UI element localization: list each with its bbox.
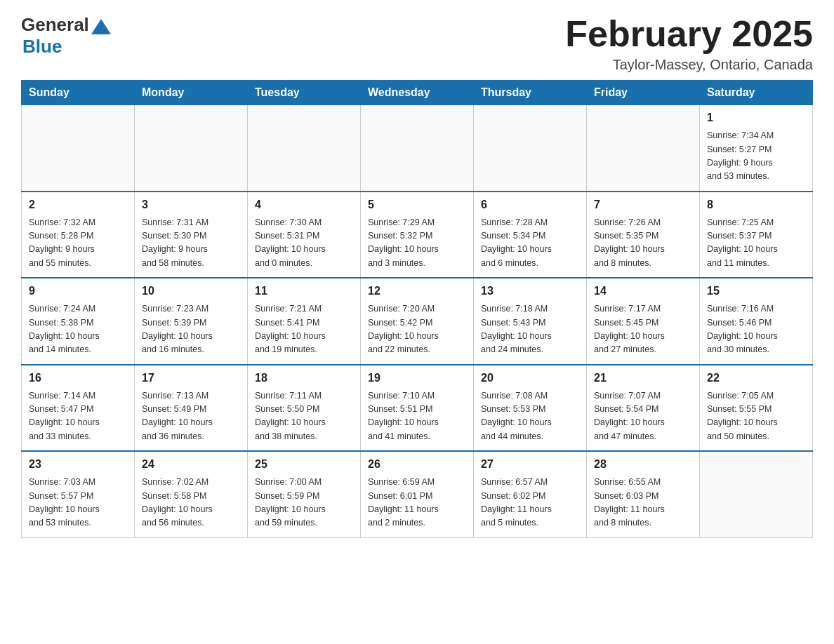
- day-number: 2: [29, 196, 127, 213]
- calendar-table: SundayMondayTuesdayWednesdayThursdayFrid…: [21, 80, 813, 538]
- day-number: 1: [707, 109, 805, 126]
- calendar-week-row: 23Sunrise: 7:03 AM Sunset: 5:57 PM Dayli…: [22, 451, 813, 537]
- day-number: 15: [707, 283, 805, 300]
- calendar-cell: 25Sunrise: 7:00 AM Sunset: 5:59 PM Dayli…: [248, 451, 361, 537]
- day-info: Sunrise: 7:29 AM Sunset: 5:32 PM Dayligh…: [368, 216, 466, 271]
- calendar-cell: 10Sunrise: 7:23 AM Sunset: 5:39 PM Dayli…: [135, 278, 248, 365]
- logo-general-text: General: [21, 14, 89, 36]
- weekday-header-sunday: Sunday: [22, 81, 135, 105]
- day-info: Sunrise: 7:23 AM Sunset: 5:39 PM Dayligh…: [142, 302, 240, 357]
- day-info: Sunrise: 7:16 AM Sunset: 5:46 PM Dayligh…: [707, 302, 805, 357]
- calendar-cell: [474, 105, 587, 192]
- calendar-cell: 27Sunrise: 6:57 AM Sunset: 6:02 PM Dayli…: [474, 451, 587, 537]
- day-info: Sunrise: 7:10 AM Sunset: 5:51 PM Dayligh…: [368, 389, 466, 444]
- calendar-cell: 26Sunrise: 6:59 AM Sunset: 6:01 PM Dayli…: [361, 451, 474, 537]
- calendar-cell: 20Sunrise: 7:08 AM Sunset: 5:53 PM Dayli…: [474, 365, 587, 452]
- day-number: 17: [142, 370, 240, 387]
- calendar-cell: 23Sunrise: 7:03 AM Sunset: 5:57 PM Dayli…: [22, 451, 135, 537]
- day-number: 19: [368, 370, 466, 387]
- calendar-cell: 2Sunrise: 7:32 AM Sunset: 5:28 PM Daylig…: [22, 192, 135, 279]
- day-info: Sunrise: 7:02 AM Sunset: 5:58 PM Dayligh…: [142, 476, 240, 530]
- calendar-cell: 11Sunrise: 7:21 AM Sunset: 5:41 PM Dayli…: [248, 278, 361, 365]
- day-info: Sunrise: 7:05 AM Sunset: 5:55 PM Dayligh…: [707, 389, 805, 444]
- day-number: 3: [142, 196, 240, 213]
- day-number: 6: [481, 196, 579, 213]
- logo-triangle-icon: [91, 19, 111, 34]
- day-number: 20: [481, 370, 579, 387]
- calendar-cell: 15Sunrise: 7:16 AM Sunset: 5:46 PM Dayli…: [700, 278, 813, 365]
- day-info: Sunrise: 7:00 AM Sunset: 5:59 PM Dayligh…: [255, 476, 353, 530]
- calendar-cell: 14Sunrise: 7:17 AM Sunset: 5:45 PM Dayli…: [587, 278, 700, 365]
- day-number: 4: [255, 196, 353, 213]
- calendar-cell: [22, 105, 135, 192]
- day-number: 12: [368, 283, 466, 300]
- calendar-cell: [248, 105, 361, 192]
- logo: General Blue: [21, 14, 111, 58]
- day-info: Sunrise: 7:26 AM Sunset: 5:35 PM Dayligh…: [594, 216, 692, 271]
- day-number: 24: [142, 456, 240, 473]
- calendar-cell: 6Sunrise: 7:28 AM Sunset: 5:34 PM Daylig…: [474, 192, 587, 279]
- day-number: 11: [255, 283, 353, 300]
- calendar-cell: [361, 105, 474, 192]
- day-number: 7: [594, 196, 692, 213]
- calendar-cell: 18Sunrise: 7:11 AM Sunset: 5:50 PM Dayli…: [248, 365, 361, 452]
- day-number: 5: [368, 196, 466, 213]
- day-info: Sunrise: 7:30 AM Sunset: 5:31 PM Dayligh…: [255, 216, 353, 271]
- day-number: 16: [29, 370, 127, 387]
- calendar-week-row: 1Sunrise: 7:34 AM Sunset: 5:27 PM Daylig…: [22, 105, 813, 192]
- calendar-cell: 5Sunrise: 7:29 AM Sunset: 5:32 PM Daylig…: [361, 192, 474, 279]
- calendar-cell: 17Sunrise: 7:13 AM Sunset: 5:49 PM Dayli…: [135, 365, 248, 452]
- calendar-cell: 22Sunrise: 7:05 AM Sunset: 5:55 PM Dayli…: [700, 365, 813, 452]
- calendar-cell: 16Sunrise: 7:14 AM Sunset: 5:47 PM Dayli…: [22, 365, 135, 452]
- calendar-cell: 28Sunrise: 6:55 AM Sunset: 6:03 PM Dayli…: [587, 451, 700, 537]
- day-info: Sunrise: 7:24 AM Sunset: 5:38 PM Dayligh…: [29, 302, 127, 357]
- calendar-cell: 8Sunrise: 7:25 AM Sunset: 5:37 PM Daylig…: [700, 192, 813, 279]
- day-info: Sunrise: 6:57 AM Sunset: 6:02 PM Dayligh…: [481, 476, 579, 530]
- calendar-cell: 21Sunrise: 7:07 AM Sunset: 5:54 PM Dayli…: [587, 365, 700, 452]
- calendar-cell: 24Sunrise: 7:02 AM Sunset: 5:58 PM Dayli…: [135, 451, 248, 537]
- calendar-cell: 3Sunrise: 7:31 AM Sunset: 5:30 PM Daylig…: [135, 192, 248, 279]
- weekday-header-saturday: Saturday: [700, 81, 813, 105]
- day-info: Sunrise: 7:13 AM Sunset: 5:49 PM Dayligh…: [142, 389, 240, 444]
- day-info: Sunrise: 7:03 AM Sunset: 5:57 PM Dayligh…: [29, 476, 127, 530]
- weekday-header-thursday: Thursday: [474, 81, 587, 105]
- weekday-header-row: SundayMondayTuesdayWednesdayThursdayFrid…: [22, 81, 813, 105]
- month-title: February 2025: [565, 14, 813, 54]
- day-number: 10: [142, 283, 240, 300]
- day-number: 14: [594, 283, 692, 300]
- calendar-week-row: 9Sunrise: 7:24 AM Sunset: 5:38 PM Daylig…: [22, 278, 813, 365]
- day-number: 26: [368, 456, 466, 473]
- day-info: Sunrise: 7:34 AM Sunset: 5:27 PM Dayligh…: [707, 129, 805, 184]
- day-number: 9: [29, 283, 127, 300]
- calendar-week-row: 16Sunrise: 7:14 AM Sunset: 5:47 PM Dayli…: [22, 365, 813, 452]
- page-header: General Blue February 2025 Taylor-Massey…: [21, 14, 813, 73]
- day-info: Sunrise: 7:32 AM Sunset: 5:28 PM Dayligh…: [29, 216, 127, 271]
- day-number: 25: [255, 456, 353, 473]
- day-info: Sunrise: 7:31 AM Sunset: 5:30 PM Dayligh…: [142, 216, 240, 271]
- day-info: Sunrise: 7:18 AM Sunset: 5:43 PM Dayligh…: [481, 302, 579, 357]
- day-info: Sunrise: 7:08 AM Sunset: 5:53 PM Dayligh…: [481, 389, 579, 444]
- day-info: Sunrise: 7:25 AM Sunset: 5:37 PM Dayligh…: [707, 216, 805, 271]
- day-number: 28: [594, 456, 692, 473]
- day-number: 22: [707, 370, 805, 387]
- logo-blue-text: Blue: [22, 36, 62, 58]
- day-info: Sunrise: 7:20 AM Sunset: 5:42 PM Dayligh…: [368, 302, 466, 357]
- calendar-week-row: 2Sunrise: 7:32 AM Sunset: 5:28 PM Daylig…: [22, 192, 813, 279]
- day-info: Sunrise: 7:11 AM Sunset: 5:50 PM Dayligh…: [255, 389, 353, 444]
- location-text: Taylor-Massey, Ontario, Canada: [565, 57, 813, 73]
- day-number: 23: [29, 456, 127, 473]
- weekday-header-tuesday: Tuesday: [248, 81, 361, 105]
- title-section: February 2025 Taylor-Massey, Ontario, Ca…: [565, 14, 813, 73]
- day-info: Sunrise: 7:28 AM Sunset: 5:34 PM Dayligh…: [481, 216, 579, 271]
- day-number: 18: [255, 370, 353, 387]
- day-number: 8: [707, 196, 805, 213]
- day-number: 13: [481, 283, 579, 300]
- calendar-cell: 13Sunrise: 7:18 AM Sunset: 5:43 PM Dayli…: [474, 278, 587, 365]
- day-info: Sunrise: 6:59 AM Sunset: 6:01 PM Dayligh…: [368, 476, 466, 530]
- weekday-header-monday: Monday: [135, 81, 248, 105]
- calendar-cell: 4Sunrise: 7:30 AM Sunset: 5:31 PM Daylig…: [248, 192, 361, 279]
- day-number: 27: [481, 456, 579, 473]
- day-info: Sunrise: 7:14 AM Sunset: 5:47 PM Dayligh…: [29, 389, 127, 444]
- calendar-cell: 9Sunrise: 7:24 AM Sunset: 5:38 PM Daylig…: [22, 278, 135, 365]
- calendar-cell: [135, 105, 248, 192]
